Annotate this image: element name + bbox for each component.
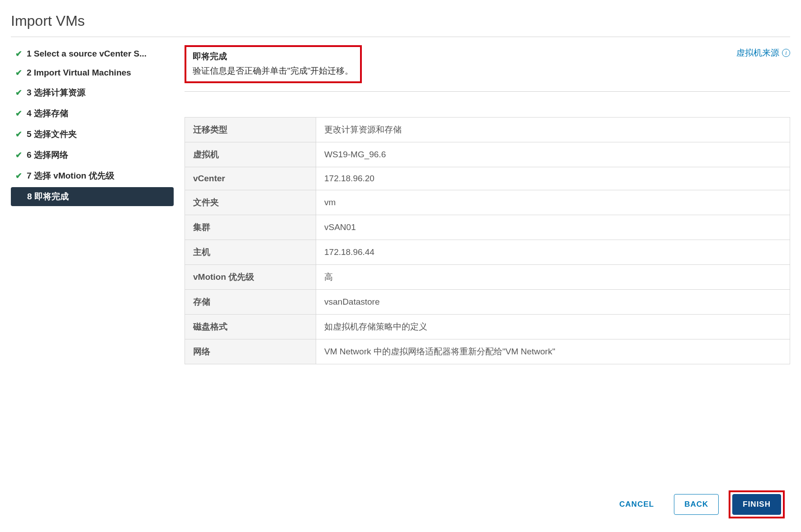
header-highlight-box: 即将完成 验证信息是否正确并单击"完成"开始迁移。 <box>185 45 362 83</box>
summary-key: vCenter <box>185 167 316 190</box>
step-1[interactable]: ✔ 1 Select a source vCenter S... <box>11 45 174 62</box>
step-4[interactable]: ✔ 4 选择存储 <box>11 104 174 123</box>
step-label: 3 选择计算资源 <box>27 87 85 99</box>
check-icon: ✔ <box>15 150 22 160</box>
summary-key: 迁移类型 <box>185 118 316 142</box>
wizard-steps-sidebar: ✔ 1 Select a source vCenter S... ✔ 2 Imp… <box>11 45 178 208</box>
check-icon: ✔ <box>15 129 22 139</box>
step-2[interactable]: ✔ 2 Import Virtual Machines <box>11 64 174 81</box>
step-label: 1 Select a source vCenter S... <box>27 49 147 59</box>
wizard-content: 虚拟机来源 i 即将完成 验证信息是否正确并单击"完成"开始迁移。 迁移类型更改… <box>178 45 790 364</box>
summary-key: 主机 <box>185 240 316 265</box>
finish-button[interactable]: FINISH <box>732 494 781 515</box>
cancel-button[interactable]: CANCEL <box>609 494 664 514</box>
check-icon: ✔ <box>15 68 22 78</box>
summary-value: vSAN01 <box>316 215 790 240</box>
section-subtitle: 验证信息是否正确并单击"完成"开始迁移。 <box>193 65 354 77</box>
check-icon: ✔ <box>15 88 22 98</box>
step-7[interactable]: ✔ 7 选择 vMotion 优先级 <box>11 166 174 185</box>
table-row: 主机172.18.96.44 <box>185 240 790 265</box>
summary-value: 172.18.96.44 <box>316 240 790 265</box>
summary-key: 虚拟机 <box>185 142 316 167</box>
step-label: 2 Import Virtual Machines <box>27 68 131 78</box>
summary-key: 存储 <box>185 290 316 315</box>
summary-value: 高 <box>316 265 790 290</box>
table-row: vMotion 优先级高 <box>185 265 790 290</box>
summary-value: 更改计算资源和存储 <box>316 118 790 142</box>
table-row: 存储vsanDatastore <box>185 290 790 315</box>
summary-key: 磁盘格式 <box>185 315 316 339</box>
summary-key: 网络 <box>185 339 316 364</box>
section-title: 即将完成 <box>193 51 354 62</box>
table-row: vCenter172.18.96.20 <box>185 167 790 190</box>
table-row: 虚拟机WS19-MG_96.6 <box>185 142 790 167</box>
check-icon: ✔ <box>15 171 22 181</box>
summary-value: VM Network 中的虚拟网络适配器将重新分配给"VM Network" <box>316 339 790 364</box>
summary-value: WS19-MG_96.6 <box>316 142 790 167</box>
summary-value: vsanDatastore <box>316 290 790 315</box>
check-icon: ✔ <box>15 49 22 59</box>
back-button[interactable]: BACK <box>674 494 719 515</box>
summary-value: vm <box>316 190 790 215</box>
dialog-title: Import VMs <box>11 9 790 37</box>
step-label: 5 选择文件夹 <box>27 128 77 140</box>
table-row: 磁盘格式如虚拟机存储策略中的定义 <box>185 315 790 339</box>
step-8-active[interactable]: 8 即将完成 <box>11 187 174 206</box>
wizard-footer: CANCEL BACK FINISH <box>609 490 785 518</box>
step-6[interactable]: ✔ 6 选择网络 <box>11 146 174 165</box>
summary-table: 迁移类型更改计算资源和存储 虚拟机WS19-MG_96.6 vCenter172… <box>185 117 790 364</box>
summary-value: 172.18.96.20 <box>316 167 790 190</box>
finish-highlight-box: FINISH <box>729 490 785 518</box>
table-row: 文件夹vm <box>185 190 790 215</box>
summary-key: 文件夹 <box>185 190 316 215</box>
summary-key: 集群 <box>185 215 316 240</box>
table-row: 网络VM Network 中的虚拟网络适配器将重新分配给"VM Network" <box>185 339 790 364</box>
summary-value: 如虚拟机存储策略中的定义 <box>316 315 790 339</box>
table-row: 迁移类型更改计算资源和存储 <box>185 118 790 142</box>
info-icon: i <box>782 49 790 57</box>
table-row: 集群vSAN01 <box>185 215 790 240</box>
step-5[interactable]: ✔ 5 选择文件夹 <box>11 125 174 144</box>
step-label: 8 即将完成 <box>27 191 69 202</box>
summary-key: vMotion 优先级 <box>185 265 316 290</box>
step-3[interactable]: ✔ 3 选择计算资源 <box>11 83 174 102</box>
divider <box>185 91 790 92</box>
step-label: 6 选择网络 <box>27 149 68 161</box>
vm-source-link-text: 虚拟机来源 <box>736 47 779 59</box>
check-icon: ✔ <box>15 108 22 118</box>
vm-source-link[interactable]: 虚拟机来源 i <box>736 47 790 59</box>
step-label: 4 选择存储 <box>27 108 68 119</box>
divider <box>11 37 790 37</box>
step-label: 7 选择 vMotion 优先级 <box>27 170 114 182</box>
